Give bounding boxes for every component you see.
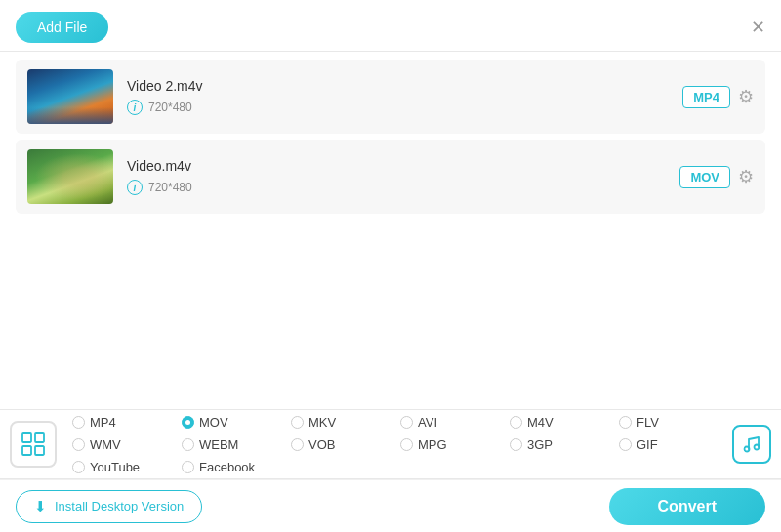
svg-rect-1 [35,433,44,442]
radio-vob[interactable] [291,438,304,451]
format-option-3gp[interactable]: 3GP [506,435,615,454]
format-label-mpg: MPG [418,437,447,452]
install-label: Install Desktop Version [55,499,184,513]
settings-button[interactable]: ⚙ [738,86,754,107]
format-label-flv: FLV [637,415,659,430]
radio-wmv[interactable] [72,438,85,451]
gear-icon: ⚙ [738,167,754,186]
info-icon: i [127,100,143,115]
format-option-mov[interactable]: MOV [178,413,287,431]
file-meta: i 720*480 [127,180,666,195]
format-option-mpg[interactable]: MPG [396,435,506,454]
file-resolution: 720*480 [148,181,192,194]
svg-rect-3 [35,446,44,455]
file-thumbnail [27,69,113,124]
install-desktop-button[interactable]: ⬇ Install Desktop Version [16,490,202,523]
music-svg [741,433,762,455]
download-icon: ⬇ [34,498,47,515]
gear-icon: ⚙ [738,87,754,106]
file-resolution: 720*480 [148,101,192,114]
format-label-mkv: MKV [308,415,336,430]
format-option-webm[interactable]: WEBM [178,435,287,454]
radio-3gp[interactable] [510,438,522,451]
file-list: Video 2.m4v i 720*480 MP4 ⚙ Video.m4v i … [0,52,781,227]
radio-mp4[interactable] [72,416,85,429]
file-name: Video 2.m4v [127,78,669,94]
radio-mpg[interactable] [400,438,413,451]
format-label-avi: AVI [418,415,437,430]
format-bar: MP4 MOV MKV AVI M4V FLV WMV WEBM [0,409,781,479]
video-format-icon[interactable] [10,421,57,468]
svg-point-4 [745,447,750,452]
file-actions: MP4 ⚙ [682,86,754,108]
svg-rect-0 [22,433,31,442]
add-file-button[interactable]: Add File [16,12,108,43]
format-label-3gp: 3GP [527,437,553,452]
svg-rect-2 [22,446,31,455]
format-option-vob[interactable]: VOB [287,435,396,454]
format-label-wmv: WMV [90,437,121,452]
radio-webm[interactable] [182,438,194,451]
convert-button[interactable]: Convert [609,488,765,525]
info-icon: i [127,180,143,195]
format-label-vob: VOB [308,437,335,452]
svg-point-5 [755,445,760,450]
radio-flv[interactable] [619,416,632,429]
radio-gif[interactable] [619,438,632,451]
settings-button[interactable]: ⚙ [738,166,754,187]
format-option-mp4[interactable]: MP4 [68,413,178,431]
format-options: MP4 MOV MKV AVI M4V FLV WMV WEBM [68,413,724,476]
radio-youtube[interactable] [72,461,85,473]
radio-mov[interactable] [182,416,194,429]
file-thumbnail [27,149,113,204]
format-option-gif[interactable]: GIF [615,435,724,454]
format-label-m4v: M4V [527,415,554,430]
grid-svg [20,430,47,458]
close-icon: ✕ [751,18,765,37]
file-item: Video 2.m4v i 720*480 MP4 ⚙ [16,60,765,134]
file-name: Video.m4v [127,158,666,174]
format-option-flv[interactable]: FLV [615,413,724,431]
format-option-youtube[interactable]: YouTube [68,458,178,476]
format-label-gif: GIF [637,437,658,452]
format-label-facebook: Facebook [199,460,255,474]
radio-facebook[interactable] [182,461,194,473]
close-button[interactable]: ✕ [751,19,765,36]
file-info: Video.m4v i 720*480 [113,158,679,195]
file-item: Video.m4v i 720*480 MOV ⚙ [16,140,765,214]
action-bar: ⬇ Install Desktop Version Convert [0,479,781,532]
file-meta: i 720*480 [127,100,669,115]
format-option-mkv[interactable]: MKV [287,413,396,431]
top-bar: Add File ✕ [0,0,781,52]
format-option-m4v[interactable]: M4V [506,413,615,431]
file-info: Video 2.m4v i 720*480 [113,78,682,115]
format-badge-mp4[interactable]: MP4 [682,86,730,108]
file-actions: MOV ⚙ [679,166,754,188]
format-label-webm: WEBM [199,437,238,452]
format-label-mov: MOV [199,415,228,430]
format-option-wmv[interactable]: WMV [68,435,178,454]
format-option-avi[interactable]: AVI [396,413,506,431]
radio-m4v[interactable] [510,416,522,429]
format-label-youtube: YouTube [90,460,140,474]
format-badge-mov[interactable]: MOV [679,166,730,188]
format-label-mp4: MP4 [90,415,116,430]
audio-format-icon[interactable] [732,425,771,464]
format-option-facebook[interactable]: Facebook [178,458,287,476]
radio-avi[interactable] [400,416,413,429]
radio-mkv[interactable] [291,416,304,429]
